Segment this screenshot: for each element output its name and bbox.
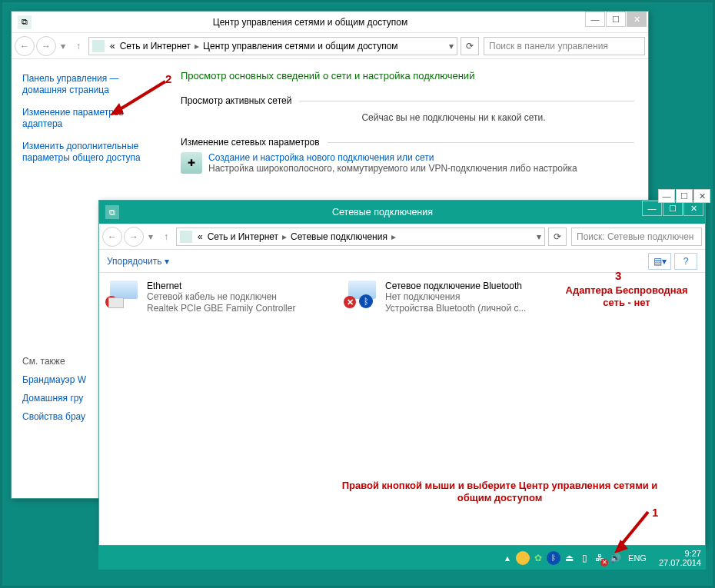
minimize-button[interactable]: — <box>642 201 662 216</box>
new-connection-desc: Настройка широкополосного, коммутируемог… <box>208 163 577 174</box>
taskbar: ▴ ✿ ᛒ ⏏ ▯ 🖧✕ 🔊 ENG 9:27 27.07.2014 <box>98 546 706 570</box>
maximize-button[interactable]: ☐ <box>606 12 626 27</box>
sidebar-home-link[interactable]: Панель управления —домашняя страница <box>22 73 165 96</box>
close-button[interactable]: ✕ <box>693 189 710 203</box>
adapter-name: Сетевое подключение Bluetooth <box>385 281 526 291</box>
forward-button[interactable]: → <box>124 227 144 247</box>
view-options-button[interactable]: ▤▾ <box>648 253 671 270</box>
up-button[interactable]: ↑ <box>158 228 175 245</box>
location-icon <box>180 231 192 243</box>
address-bar[interactable]: « Сеть и Интернет ▸ Сетевые подключения … <box>176 228 545 246</box>
adapter-ethernet[interactable]: ✕ Ethernet Сетевой кабель не подключен R… <box>110 281 325 314</box>
app-icon: ⧉ <box>18 15 32 29</box>
tray-battery-icon[interactable]: ▯ <box>577 551 591 565</box>
new-connection-link[interactable]: Создание и настройка нового подключения … <box>208 152 577 163</box>
section-change-settings: Изменение сетевых параметров <box>181 137 634 148</box>
title-bar: ⧉ Центр управления сетями и общим доступ… <box>12 12 648 33</box>
adapter-status: Нет подключения <box>385 291 526 303</box>
search-placeholder: Поиск: Сетевые подключен <box>577 231 694 242</box>
toolbar: ← → ▾ ↑ « Сеть и Интернет ▸ Центр управл… <box>12 33 648 59</box>
app-icon: ⧉ <box>105 205 119 219</box>
tray-volume-icon[interactable]: 🔊 <box>608 551 622 565</box>
section-active-networks: Просмотр активных сетей <box>181 95 634 106</box>
annotation-number-2: 2 <box>165 72 171 85</box>
close-button[interactable]: ✕ <box>683 201 703 216</box>
back-button[interactable]: ← <box>15 36 35 56</box>
system-tray: ▴ ✿ ᛒ ⏏ ▯ 🖧✕ 🔊 ENG 9:27 27.07.2014 <box>500 549 701 567</box>
no-connection-text: Сейчас вы не подключены ни к какой сети. <box>181 112 634 123</box>
refresh-button[interactable]: ⟳ <box>461 37 479 55</box>
up-button[interactable]: ↑ <box>70 38 87 55</box>
back-button[interactable]: ← <box>102 227 122 247</box>
forward-button[interactable]: → <box>36 36 56 56</box>
nic-icon <box>108 297 124 308</box>
sidebar-adapter-settings-link[interactable]: Изменение параметровадаптера <box>22 107 165 130</box>
background-window-buttons: — ☐ ✕ <box>657 189 710 203</box>
tray-network-icon[interactable]: 🖧✕ <box>593 551 607 565</box>
breadcrumb-item[interactable]: Сеть и Интернет <box>205 231 281 242</box>
page-title: Просмотр основных сведений о сети и наст… <box>181 70 634 81</box>
dropdown-icon[interactable]: ▾ <box>449 41 454 51</box>
tray-bluetooth-icon[interactable]: ᛒ <box>547 551 560 565</box>
adapter-name: Ethernet <box>147 281 295 291</box>
tray-app-icon[interactable] <box>516 551 530 565</box>
close-button[interactable]: ✕ <box>627 12 647 27</box>
breadcrumb-item[interactable]: Сетевые подключения <box>288 231 390 242</box>
toolbar: ← → ▾ ↑ « Сеть и Интернет ▸ Сетевые подк… <box>99 224 705 250</box>
tray-eject-icon[interactable]: ⏏ <box>562 551 576 565</box>
minimize-button[interactable]: — <box>585 12 605 27</box>
error-icon: ✕ <box>344 296 356 308</box>
dropdown-icon: ▾ <box>165 256 169 267</box>
dropdown-icon[interactable]: ▾ <box>537 231 541 242</box>
breadcrumb-item[interactable]: Центр управления сетями и общим доступом <box>201 41 401 51</box>
command-bar: Упорядочить ▾ ▤▾ ? <box>99 250 705 273</box>
history-dropdown[interactable]: ▾ <box>58 36 68 56</box>
chevron-right-icon: ▸ <box>390 231 397 242</box>
chevron-right-icon: ▸ <box>193 41 201 51</box>
adapter-device: Realtek PCIe GBE Family Controller <box>147 303 295 314</box>
chevron-right-icon: ▸ <box>281 231 288 242</box>
window-title: Центр управления сетями и общим доступом <box>36 17 584 28</box>
title-bar: ⧉ Сетевые подключения — ☐ ✕ <box>99 201 705 224</box>
sidebar-sharing-settings-link[interactable]: Изменить дополнительныепараметры общего … <box>22 141 165 164</box>
history-dropdown[interactable]: ▾ <box>145 227 156 247</box>
maximize-button[interactable]: ☐ <box>663 201 683 216</box>
tray-language[interactable]: ENG <box>628 553 647 563</box>
organize-button[interactable]: Упорядочить ▾ <box>107 256 169 267</box>
window-title: Сетевые подключения <box>124 207 641 218</box>
tray-skype-icon[interactable]: ✿ <box>531 551 545 565</box>
annotation-number-3: 3 <box>615 269 621 282</box>
new-connection-icon: ✚ <box>181 152 202 174</box>
search-input[interactable]: Поиск в панели управления <box>484 37 645 55</box>
adapter-device: Устройства Bluetooth (личной с... <box>385 303 526 314</box>
maximize-button[interactable]: ☐ <box>676 189 693 203</box>
new-connection-item[interactable]: ✚ Создание и настройка нового подключени… <box>181 152 634 174</box>
tray-up-icon[interactable]: ▴ <box>500 551 514 565</box>
minimize-button[interactable]: — <box>658 189 675 203</box>
refresh-button[interactable]: ⟳ <box>548 228 567 246</box>
annotation-instruction: Правой кнопкой мыши и выберите Центр упр… <box>323 480 677 504</box>
tray-clock[interactable]: 9:27 27.07.2014 <box>659 549 701 567</box>
search-input[interactable]: Поиск: Сетевые подключен <box>571 228 702 246</box>
breadcrumb-item[interactable]: Сеть и Интернет <box>118 41 193 51</box>
annotation-text-3: Адаптера Беспроводнаясеть - нет <box>557 284 696 309</box>
location-icon <box>92 40 105 52</box>
breadcrumb-pre: « <box>108 41 118 51</box>
bluetooth-icon: ᛒ <box>359 294 373 308</box>
annotation-number-1: 1 <box>652 506 658 519</box>
see-also-label: См. также <box>22 356 65 367</box>
adapter-bluetooth[interactable]: ✕ ᛒ Сетевое подключение Bluetooth Нет по… <box>348 281 564 314</box>
adapter-status: Сетевой кабель не подключен <box>147 291 295 303</box>
address-bar[interactable]: « Сеть и Интернет ▸ Центр управления сет… <box>88 37 457 55</box>
search-placeholder: Поиск в панели управления <box>489 41 608 51</box>
help-button[interactable]: ? <box>674 253 697 270</box>
breadcrumb-pre: « <box>195 231 205 242</box>
